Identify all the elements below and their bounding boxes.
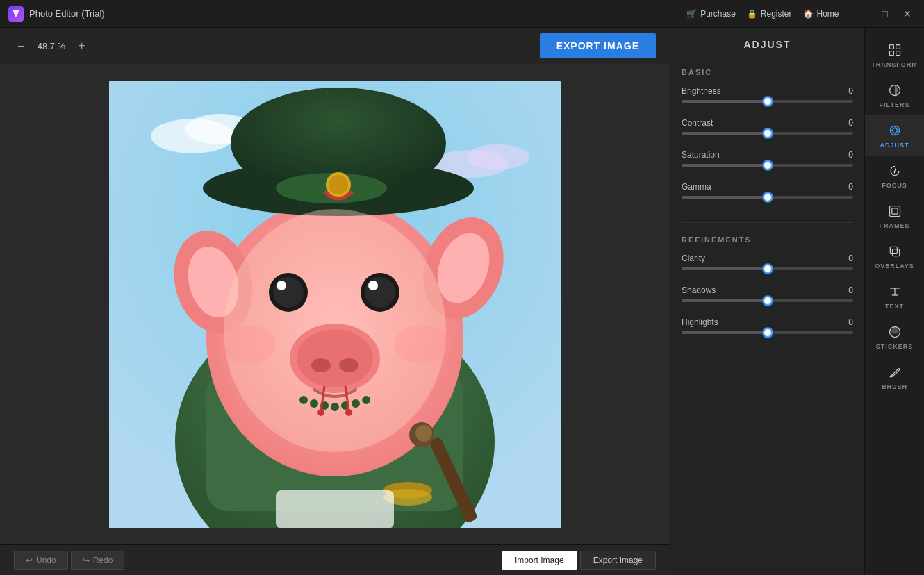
highlights-track[interactable] [682, 331, 853, 334]
bottom-bar: ↩ Undo ↪ Redo Import Image Export Image [0, 544, 670, 575]
svg-point-47 [317, 409, 324, 416]
tool-overlays[interactable]: OVERLAYS [865, 236, 924, 276]
svg-point-32 [394, 325, 449, 364]
stickers-label: STICKERS [876, 343, 914, 350]
tool-adjust[interactable]: ADJUST [865, 115, 924, 156]
svg-point-41 [331, 403, 339, 411]
saturation-slider-group: Saturation 0 [682, 150, 853, 169]
import-image-button[interactable]: Import Image [502, 551, 577, 570]
svg-point-43 [352, 399, 360, 408]
titlebar: Photo Editor (Trial) 🛒 Purchase 🔒 Regist… [0, 0, 924, 28]
maximize-button[interactable]: □ [878, 7, 892, 21]
filters-icon [886, 82, 903, 99]
top-toolbar: – 48.7 % + EXPORT IMAGE [0, 28, 670, 64]
zoom-value: 48.7 % [34, 41, 69, 51]
brightness-value: 0 [839, 86, 853, 96]
svg-rect-53 [889, 51, 893, 56]
svg-point-35 [415, 425, 432, 442]
transform-label: TRANSFORM [871, 61, 918, 68]
zoom-in-button[interactable]: + [74, 38, 89, 53]
highlights-label: Highlights [682, 317, 718, 327]
main-layout: – 48.7 % + EXPORT IMAGE [0, 28, 924, 575]
refinements-section-label: REFINEMENTS [682, 235, 853, 244]
saturation-label: Saturation [682, 150, 720, 160]
svg-point-29 [311, 358, 331, 372]
text-label: TEXT [885, 303, 904, 310]
brightness-slider-group: Brightness 0 [682, 86, 853, 106]
svg-point-31 [220, 325, 276, 364]
svg-point-28 [297, 329, 373, 388]
svg-point-38 [299, 396, 308, 404]
svg-rect-65 [892, 249, 899, 256]
section-divider [682, 222, 853, 223]
shadows-track[interactable] [682, 299, 853, 302]
svg-point-39 [310, 399, 318, 408]
redo-button[interactable]: ↪ Redo [71, 551, 125, 570]
svg-marker-0 [13, 10, 19, 17]
image-preview [109, 81, 561, 528]
tool-stickers[interactable]: STICKERS [865, 317, 924, 357]
focus-icon [886, 162, 903, 179]
saturation-value: 0 [839, 150, 853, 160]
svg-rect-63 [891, 208, 897, 214]
undo-button[interactable]: ↩ Undo [14, 551, 68, 570]
nav-purchase[interactable]: 🛒 Purchase [686, 9, 736, 19]
tool-frames[interactable]: FRAMES [865, 196, 924, 236]
clarity-track[interactable] [682, 267, 853, 270]
adjust-panel: ADJUST BASIC Brightness 0 Contrast 0 [670, 28, 864, 575]
svg-point-15 [329, 175, 348, 194]
app-title: Photo Editor (Trial) [29, 8, 686, 19]
overlays-label: OVERLAYS [875, 262, 914, 269]
tool-transform[interactable]: TRANSFORM [865, 35, 924, 75]
transform-icon [886, 42, 903, 58]
zoom-out-button[interactable]: – [14, 38, 28, 53]
saturation-track[interactable] [682, 164, 853, 167]
tool-text[interactable]: TEXT [865, 276, 924, 317]
tool-focus[interactable]: FOCUS [865, 156, 924, 196]
home-icon: 🏠 [803, 9, 814, 19]
redo-icon: ↪ [83, 556, 90, 565]
svg-point-48 [345, 409, 352, 416]
shadows-slider-group: Shadows 0 [682, 285, 853, 305]
minimize-button[interactable]: — [853, 7, 871, 21]
text-icon [886, 283, 903, 300]
svg-rect-52 [896, 45, 900, 49]
undo-icon: ↩ [26, 556, 33, 565]
brush-label: BRUSH [882, 383, 907, 390]
nav-home[interactable]: 🏠 Home [803, 9, 839, 19]
clarity-slider-group: Clarity 0 [682, 253, 853, 273]
adjust-panel-title: ADJUST [682, 39, 853, 50]
svg-rect-51 [889, 45, 893, 49]
basic-section-label: BASIC [682, 68, 853, 76]
export-image-button[interactable]: EXPORT IMAGE [540, 33, 656, 58]
filters-label: FILTERS [880, 101, 910, 108]
brightness-track[interactable] [682, 100, 853, 103]
nav-register[interactable]: 🔒 Register [747, 9, 792, 19]
tool-filters[interactable]: FILTERS [865, 75, 924, 115]
window-controls: — □ ✕ [853, 7, 916, 21]
import-export-actions: Import Image Export Image [502, 551, 656, 570]
stickers-icon [886, 324, 903, 340]
lock-icon: 🔒 [747, 9, 757, 19]
svg-point-25 [365, 277, 395, 308]
gamma-track[interactable] [682, 196, 853, 199]
svg-rect-49 [276, 490, 394, 528]
contrast-track[interactable] [682, 132, 853, 135]
contrast-label: Contrast [682, 118, 713, 128]
svg-point-30 [339, 358, 358, 372]
zoom-control: – 48.7 % + [14, 38, 89, 53]
close-button[interactable]: ✕ [899, 7, 916, 21]
tool-brush[interactable]: BRUSH [865, 357, 924, 397]
titlebar-nav: 🛒 Purchase 🔒 Register 🏠 Home [686, 9, 839, 19]
highlights-value: 0 [839, 317, 853, 327]
contrast-slider-group: Contrast 0 [682, 118, 853, 138]
frames-label: FRAMES [880, 222, 910, 229]
svg-rect-62 [889, 206, 900, 217]
export-image-bottom-button[interactable]: Export Image [580, 551, 656, 570]
svg-rect-64 [890, 247, 897, 253]
gamma-value: 0 [839, 182, 853, 192]
svg-point-23 [277, 281, 286, 290]
app-logo [8, 6, 24, 22]
brush-icon [886, 364, 903, 381]
tools-sidebar: TRANSFORM FILTERS [864, 28, 924, 575]
